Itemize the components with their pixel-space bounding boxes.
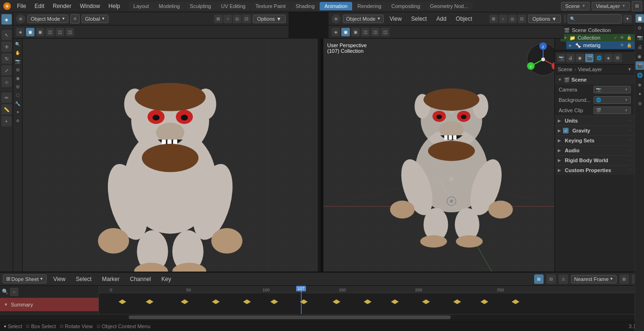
breadcrumb-expand[interactable]: ▼ <box>627 67 632 72</box>
app-logo[interactable] <box>2 1 12 11</box>
ds-menu-channel[interactable]: Channel <box>126 275 155 283</box>
vp-icon-zoom[interactable]: 🔍 <box>14 41 22 48</box>
timeline-content[interactable] <box>99 293 644 314</box>
tool-rotate[interactable]: ↻ <box>1 53 12 64</box>
menu-help[interactable]: Help <box>105 2 124 10</box>
gravity-section-header[interactable]: ▶ ✓ Gravity ⋯ <box>555 126 635 135</box>
lv-icon5[interactable]: ◫ <box>56 28 64 36</box>
rpt-render[interactable]: 📷 <box>636 33 644 41</box>
rpt-properties[interactable]: ⚙ <box>636 24 644 32</box>
prop-output-icon[interactable]: 🖨 <box>566 54 575 62</box>
dopesheet-timeline[interactable]: 0 50 100 150 200 250 <box>99 286 644 314</box>
rv-tb-icon1[interactable]: ◈ <box>331 28 340 36</box>
status-select[interactable]: ● Select <box>4 323 22 329</box>
prop-render-icon[interactable]: 📷 <box>557 54 565 62</box>
options-btn-left[interactable]: Options ▼ <box>253 15 286 23</box>
prop-scene-icon[interactable]: 🎬 <box>585 54 594 62</box>
rpt-world[interactable]: 🌐 <box>636 71 644 79</box>
vp-icon-render[interactable]: ◉ <box>14 74 22 82</box>
tool-cursor[interactable]: ↖ <box>1 30 12 40</box>
units-section-header[interactable]: ▶ Units ⋯ <box>555 116 635 125</box>
new-window-btn[interactable]: ⊞ <box>632 1 642 11</box>
active-clip-value[interactable]: 🎬 ▼ <box>594 107 631 114</box>
ds-menu-view[interactable]: View <box>50 275 69 283</box>
xray-icon[interactable]: ⊡ <box>242 15 251 23</box>
rpt-outliner[interactable]: 📋 <box>636 14 644 23</box>
rv-tb-icon4[interactable]: ◫ <box>361 28 370 36</box>
lv-icon1[interactable]: ◈ <box>16 28 25 36</box>
rv-tb-icon5[interactable]: ◫ <box>371 28 380 36</box>
left-viewport-gizmo[interactable]: ⊕ <box>16 14 25 24</box>
rv-menu-select[interactable]: Select <box>407 15 430 23</box>
rpt-scene[interactable]: 🎬 <box>636 61 644 70</box>
left-viewport-mode-dropdown[interactable]: Object Mode ▼ <box>27 15 68 23</box>
viewlayer-selector[interactable]: ViewLayer ▼ <box>592 2 630 10</box>
menu-file[interactable]: File <box>13 2 30 10</box>
tool-add[interactable]: + <box>1 116 12 126</box>
timeline-scrollbar[interactable] <box>0 314 644 320</box>
rv-proportional-icon[interactable]: ○ <box>499 15 507 23</box>
breadcrumb-viewlayer[interactable]: ViewLayer <box>578 66 602 72</box>
options-btn-right[interactable]: Options ▼ <box>528 15 561 23</box>
ds-menu-marker[interactable]: Marker <box>98 275 123 283</box>
rv-menu-add[interactable]: Add <box>432 15 450 23</box>
rv-tb-icon6[interactable]: ◫ <box>381 28 389 36</box>
right-viewport-canvas[interactable]: User Perspective (107) Collection <box>323 39 564 272</box>
rpt-output[interactable]: 🖨 <box>636 42 644 51</box>
vp-icon-mod[interactable]: 🔧 <box>14 100 22 108</box>
rpt-object[interactable]: ◈ <box>636 80 644 89</box>
scrollbar-thumb[interactable] <box>129 315 451 319</box>
prop-constraint-icon[interactable]: ⚙ <box>613 54 622 62</box>
menu-edit[interactable]: Edit <box>31 2 48 10</box>
status-context-menu[interactable]: ⊡ Object Context Menu <box>97 323 150 329</box>
right-viewport-gizmo[interactable]: ⊕ <box>331 14 341 24</box>
vp-icon-node[interactable]: ⬡ <box>14 91 22 99</box>
prop-object-icon[interactable]: ◈ <box>604 54 612 62</box>
tab-animation[interactable]: Animation <box>320 2 352 10</box>
rv-tb-icon2[interactable]: ▣ <box>341 28 350 36</box>
right-viewport-mode-dropdown[interactable]: Object Mode ▼ <box>343 15 384 23</box>
rpt-physics[interactable]: ⊛ <box>636 99 644 108</box>
rp-search[interactable]: 🔍 <box>568 14 622 24</box>
menu-window[interactable]: Window <box>76 2 104 10</box>
ds-filter-icon1[interactable]: ⊞ <box>534 274 544 284</box>
gravity-checkbox[interactable]: ✓ <box>563 128 569 133</box>
ds-menu-select[interactable]: Select <box>72 275 95 283</box>
ds-editor-type[interactable]: ⊞ Dope Sheet ▼ <box>3 274 47 283</box>
vp-icon-grid[interactable]: ⊞ <box>14 66 22 74</box>
outliner-collection[interactable]: ▼ 📁 Collection ✓ 👁 🔒 <box>561 34 635 41</box>
tool-move[interactable]: ✛ <box>1 41 12 52</box>
tab-rendering[interactable]: Rendering <box>353 2 386 10</box>
overlay-icon[interactable]: ◎ <box>233 15 241 23</box>
background-value[interactable]: 🌐 ▼ <box>594 96 631 104</box>
vp-icon-view[interactable]: ⊞ <box>14 83 22 91</box>
viewport-divider[interactable] <box>321 39 323 272</box>
proportional-icon[interactable]: ○ <box>223 15 232 23</box>
left-viewport-canvas[interactable] <box>23 39 318 272</box>
status-box-select[interactable]: ⊡ Box Select <box>26 323 56 329</box>
rv-menu-view[interactable]: View <box>386 15 405 23</box>
rv-menu-object[interactable]: Object <box>452 15 476 23</box>
tab-sculpting[interactable]: Sculpting <box>185 2 215 10</box>
rv-snap-icon[interactable]: ⊞ <box>489 15 498 23</box>
tool-scale[interactable]: ⤢ <box>1 65 12 75</box>
lv-icon3[interactable]: ▣ <box>36 28 44 36</box>
tab-modeling[interactable]: Modeling <box>154 2 185 10</box>
breadcrumb-scene[interactable]: Scene <box>558 66 572 72</box>
snap-icon[interactable]: ⊞ <box>214 15 223 23</box>
lv-icon2[interactable]: ▣ <box>26 28 34 36</box>
dopesheet-summary-channel[interactable]: ▼ Summary <box>0 298 99 311</box>
ds-snap-btn[interactable]: ⊞ <box>619 274 629 284</box>
rpt-view[interactable]: ◉ <box>636 52 644 60</box>
outliner-metarig[interactable]: ▶ 🦴 metarig 👁 🔒 <box>566 41 635 49</box>
vp-icon-particles[interactable]: ✦ <box>14 108 22 116</box>
ds-menu-key[interactable]: Key <box>157 275 175 283</box>
left-viewport-global-dropdown[interactable]: Global ▼ <box>82 15 108 23</box>
lv-icon4[interactable]: ◫ <box>46 28 54 36</box>
rpt-particles[interactable]: ✦ <box>636 90 644 98</box>
keying-sets-header[interactable]: ▶ Keying Sets ⋯ <box>555 136 635 145</box>
rv-overlay-icon[interactable]: ◎ <box>508 15 517 23</box>
ds-filter-dropdown[interactable]: Nearest Frame ▼ <box>571 275 617 283</box>
status-rotate-view[interactable]: ⊡ Rotate View <box>60 323 93 329</box>
vp-icon-physics[interactable]: ⊛ <box>14 117 22 124</box>
